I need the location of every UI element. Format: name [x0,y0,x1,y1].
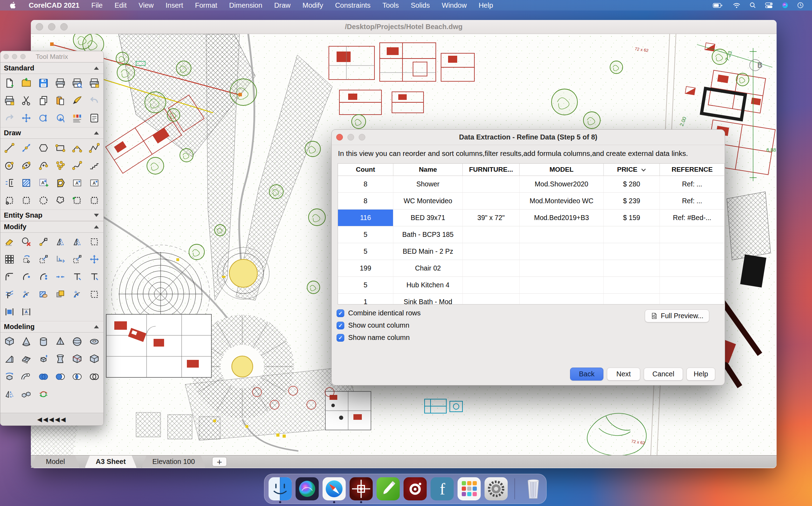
zoom-dynamic-tool[interactable] [35,109,52,127]
print-tool[interactable] [52,74,68,92]
battery-icon[interactable] [712,2,724,8]
line-tool[interactable] [1,139,18,157]
scale-tool[interactable] [35,251,52,268]
cell-model[interactable] [520,260,604,276]
column-header-count[interactable]: Count [338,164,393,176]
section-header-modify[interactable]: Modify [0,221,103,233]
move-copy-tool[interactable] [86,251,102,268]
menu-item-draw[interactable]: Draw [274,1,291,9]
system-preferences-dock-icon[interactable] [485,477,508,500]
save-tool[interactable] [35,74,52,92]
sheet-tab-a3-sheet[interactable]: A3 Sheet [85,456,137,468]
loft-tool[interactable] [52,350,68,368]
intersect-tool[interactable] [69,368,85,385]
power-trim-tool[interactable] [18,233,34,251]
font-app-dock-icon[interactable]: f [431,477,454,500]
revision-cloud-tool[interactable] [35,192,52,209]
cell-name[interactable]: Hub Kitchen 4 [393,277,463,293]
cancel-button[interactable]: Cancel [644,368,683,381]
cell-name[interactable]: Shower [393,176,463,192]
back-button[interactable]: Back [570,368,603,381]
cell-furniture[interactable] [463,176,520,192]
cell-furniture[interactable] [463,294,520,304]
table-row-6[interactable]: 5Hub Kitchen 4 [338,277,724,294]
cell-price[interactable] [604,226,660,243]
control-center-icon[interactable] [765,2,773,8]
cell-model[interactable] [520,226,604,243]
checkbox-show-name-column[interactable]: ✓Show name column [337,334,410,342]
mirror-tool[interactable] [52,233,68,251]
cell-count[interactable]: 199 [338,260,393,276]
cell-price[interactable]: $ 280 [604,176,660,192]
menu-item-constraints[interactable]: Constraints [335,1,371,9]
clock-icon[interactable] [797,2,804,8]
window-titlebar[interactable]: /Desktop/Projects/Hotel Beach.dwg [31,20,777,34]
menu-item-format[interactable]: Format [195,1,217,9]
shell-tool[interactable] [86,350,102,368]
cell-model[interactable] [520,277,604,293]
cell-name[interactable]: Chair 02 [393,260,463,276]
checkbox-box-icon[interactable]: ✓ [337,322,344,329]
safari-dock-icon[interactable] [323,477,346,500]
cell-count[interactable]: 8 [338,193,393,209]
resize-tool[interactable] [69,251,85,268]
pan-tool[interactable] [18,109,34,127]
extend-tool[interactable] [86,268,102,286]
cell-model[interactable]: Mod.Bed2019+B3 [520,210,604,226]
palette-collapse-arrows[interactable]: ◀◀◀◀◀ [0,413,103,425]
menu-item-insert[interactable]: Insert [165,1,183,9]
cell-count[interactable]: 1 [338,294,393,304]
table-row-3[interactable]: 5Bath - BCP3 185 [338,226,724,243]
cell-model[interactable] [520,294,604,304]
cell-reference[interactable] [660,277,724,293]
cell-reference[interactable] [660,260,724,276]
extrude-tool[interactable] [35,350,52,368]
cell-furniture[interactable]: 39" x 72" [463,210,520,226]
blend-tool[interactable] [35,268,52,286]
sheet-tab-elevation-100[interactable]: Elevation 100 [142,456,206,468]
edit-hatch-tool[interactable] [35,286,52,303]
polyline-tool[interactable] [86,139,102,157]
split-tool[interactable] [1,286,18,303]
cell-name[interactable]: Bath - BCP3 185 [393,226,463,243]
cut-tool[interactable] [18,92,34,109]
cylinder-tool[interactable] [35,333,52,350]
open-tool[interactable] [18,74,34,92]
cell-model[interactable] [520,243,604,260]
cell-name[interactable]: BED Main - 2 Pz [393,243,463,260]
stretch-tool[interactable] [35,233,52,251]
menu-item-solids[interactable]: Solids [411,1,430,9]
circle-tool[interactable] [1,157,18,174]
add-sheet-tab-button[interactable]: + [212,457,227,466]
menu-item-view[interactable]: View [138,1,154,9]
explode-tool[interactable] [86,286,102,303]
union-tool[interactable] [35,368,52,385]
cell-name[interactable]: BED 39x71 [393,210,463,226]
arc-continue-tool[interactable] [35,157,52,174]
construction-line-tool[interactable] [18,139,34,157]
checkbox-combine-identical-rows[interactable]: ✓Combine identical rows [337,309,421,317]
finder-dock-icon[interactable] [269,477,292,500]
point-tool[interactable] [52,157,68,174]
cell-count[interactable]: 5 [338,226,393,243]
select-tool[interactable] [86,233,102,251]
ellipse-tool[interactable] [18,157,34,174]
table-row-5[interactable]: 199Chair 02 [338,260,724,277]
siri-icon[interactable] [782,2,788,8]
section-header-modeling[interactable]: Modeling [0,321,103,333]
plot-tool[interactable] [86,74,102,92]
align-text-tool[interactable]: A [18,303,34,321]
cell-price[interactable] [604,243,660,260]
cell-price[interactable]: $ 159 [604,210,660,226]
rotate-tool[interactable] [18,251,34,268]
centerline-tool[interactable] [1,174,18,192]
cell-furniture[interactable] [463,243,520,260]
hatch-tool[interactable] [18,174,34,192]
cell-reference[interactable] [660,243,724,260]
chamfer-tool[interactable] [18,268,34,286]
print-preview-tool[interactable] [69,74,85,92]
cell-reference[interactable] [660,226,724,243]
flip-tool[interactable] [69,233,85,251]
media-app-dock-icon[interactable] [404,477,427,500]
table-row-1[interactable]: 8WC MontevideoMod.Montevideo WC$ 239Ref:… [338,193,724,210]
